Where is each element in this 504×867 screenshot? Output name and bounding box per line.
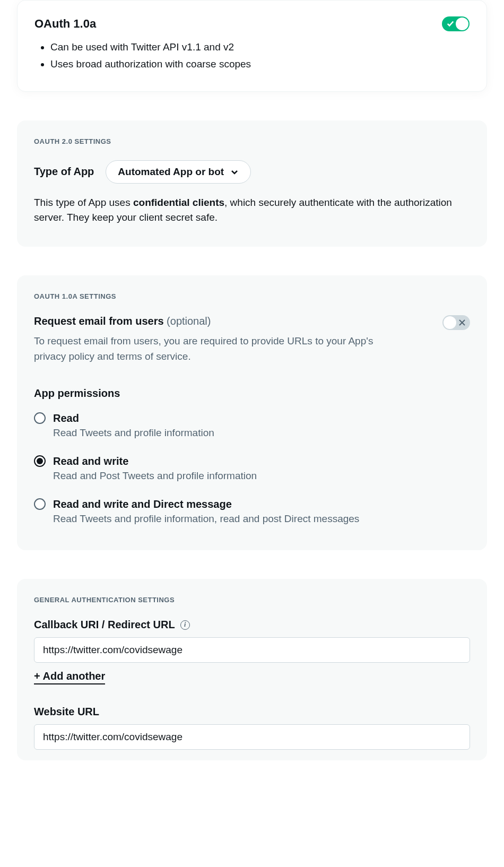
- section-label: OAUTH 1.0A SETTINGS: [34, 292, 470, 300]
- permission-sublabel: Read Tweets and profile information, rea…: [53, 511, 359, 526]
- info-icon[interactable]: i: [180, 620, 190, 630]
- request-email-title: Request email from users (optional): [34, 315, 211, 327]
- check-icon: [447, 20, 454, 27]
- request-email-toggle[interactable]: [442, 315, 470, 330]
- radio-icon: [34, 455, 46, 467]
- bullet-item: Uses broad authorization with coarse sco…: [50, 56, 470, 73]
- permission-label: Read: [53, 411, 214, 426]
- section-label: GENERAL AUTHENTICATION SETTINGS: [34, 596, 470, 604]
- type-of-app-select[interactable]: Automated App or bot: [106, 160, 251, 184]
- app-permissions-title: App permissions: [34, 387, 470, 400]
- request-email-description: To request email from users, you are req…: [34, 333, 373, 365]
- permission-label: Read and write and Direct message: [53, 497, 359, 511]
- oauth-1-0a-settings-card: OAUTH 1.0A SETTINGS Request email from u…: [17, 275, 487, 551]
- radio-icon: [34, 412, 46, 424]
- x-icon: [458, 319, 466, 326]
- callback-uri-label: Callback URI / Redirect URL: [34, 619, 175, 631]
- oauth-1-0a-bullets: Can be used with Twitter API v1.1 and v2…: [50, 39, 470, 73]
- type-of-app-value: Automated App or bot: [118, 166, 224, 178]
- chevron-down-icon: [230, 168, 239, 176]
- radio-icon: [34, 498, 46, 510]
- oauth-1-0a-card: OAuth 1.0a Can be used with Twitter API …: [17, 0, 487, 92]
- type-of-app-description: This type of App uses confidential clien…: [34, 195, 470, 226]
- website-url-input[interactable]: [34, 724, 470, 750]
- permission-option-read[interactable]: Read Read Tweets and profile information: [34, 411, 470, 440]
- section-label: OAUTH 2.0 SETTINGS: [34, 137, 470, 145]
- permission-label: Read and write: [53, 454, 257, 469]
- oauth-1-0a-toggle[interactable]: [442, 16, 470, 31]
- type-of-app-label: Type of App: [34, 166, 94, 178]
- website-url-label: Website URL: [34, 706, 99, 718]
- add-another-button[interactable]: + Add another: [34, 670, 105, 684]
- permission-sublabel: Read and Post Tweets and profile informa…: [53, 469, 257, 483]
- general-auth-settings-card: GENERAL AUTHENTICATION SETTINGS Callback…: [17, 579, 487, 760]
- oauth-2-0-settings-card: OAUTH 2.0 SETTINGS Type of App Automated…: [17, 120, 487, 247]
- permission-option-read-write-dm[interactable]: Read and write and Direct message Read T…: [34, 497, 470, 526]
- bullet-item: Can be used with Twitter API v1.1 and v2: [50, 39, 470, 56]
- permission-option-read-write[interactable]: Read and write Read and Post Tweets and …: [34, 454, 470, 483]
- oauth-1-0a-title: OAuth 1.0a: [34, 17, 96, 31]
- permission-sublabel: Read Tweets and profile information: [53, 426, 214, 440]
- callback-uri-input[interactable]: [34, 637, 470, 663]
